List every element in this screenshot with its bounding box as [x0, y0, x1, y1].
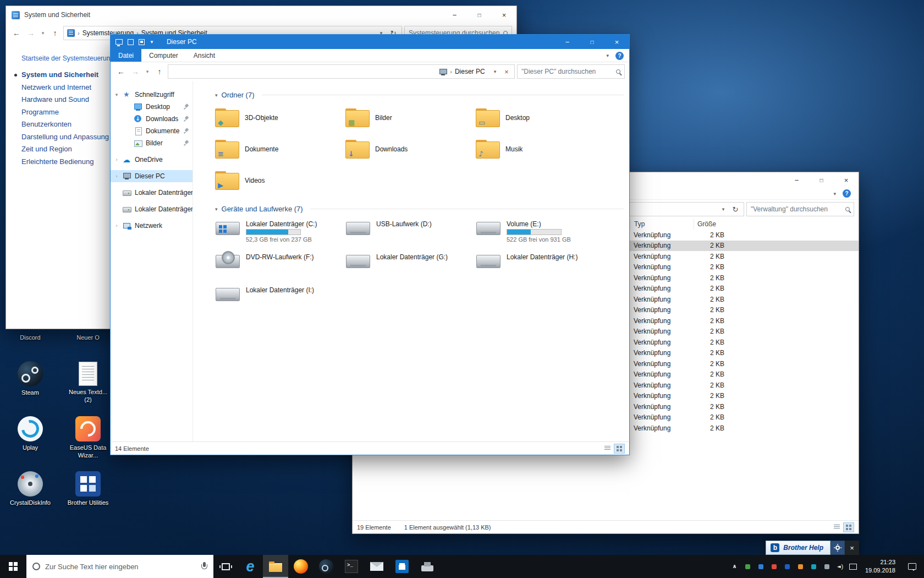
sidebar-category-link[interactable]: Benutzerkonten — [21, 120, 72, 128]
breadcrumb-item[interactable]: Dieser PC — [455, 68, 485, 75]
sidebar-category-link[interactable]: Darstellung und Anpassung — [21, 133, 109, 141]
maximize-button[interactable]: □ — [580, 35, 604, 49]
tray-icon[interactable] — [847, 555, 860, 578]
tray-icon[interactable] — [807, 555, 820, 578]
folder-tile[interactable]: ▶ Videos — [215, 168, 345, 193]
start-button[interactable] — [0, 555, 26, 578]
taskbar-app[interactable] — [263, 555, 288, 578]
column-header-groesse[interactable]: Größe — [694, 219, 738, 230]
address-bar[interactable]: › Dieser PC ▾ × — [168, 64, 515, 79]
drive-tile[interactable]: Lokaler Datenträger (H:) — [476, 253, 606, 279]
taskbar-app[interactable] — [238, 555, 263, 578]
desktop-icon[interactable]: Brother Utilities — [62, 471, 114, 526]
ribbon-tab[interactable]: Computer — [141, 49, 186, 62]
help-icon[interactable]: ? — [843, 189, 851, 198]
tray-icon[interactable] — [794, 555, 807, 578]
folder-tile[interactable]: ↓ Downloads — [345, 137, 476, 161]
chevron-right-icon[interactable]: › — [114, 223, 119, 228]
nav-item[interactable]: Lokaler Datenträger ( — [111, 203, 193, 215]
nav-item[interactable]: Lokaler Datenträger ( — [111, 187, 193, 199]
maximize-button[interactable]: □ — [809, 172, 834, 188]
desktop-icon[interactable]: Uplay — [4, 416, 57, 471]
nav-item[interactable]: › Netzwerk — [111, 220, 193, 232]
chevron-down-icon[interactable]: ▾ — [114, 92, 119, 97]
forward-button[interactable]: → — [25, 27, 37, 39]
sidebar-category-link[interactable]: Zeit und Region — [21, 145, 72, 153]
folder-tile[interactable]: ◆ 3D-Objekte — [215, 106, 345, 130]
desktop-icon[interactable]: CrystalDiskInfo — [4, 471, 57, 526]
minimize-button[interactable]: − — [784, 172, 809, 188]
sidebar-category-link[interactable]: Erleichterte Bedienung — [21, 157, 94, 166]
folder-tile[interactable]: ♪ Musik — [476, 137, 606, 161]
drive-tile[interactable]: Lokaler Datenträger (I:) — [215, 286, 345, 312]
chevron-right-icon[interactable]: › — [114, 157, 119, 162]
nav-item[interactable]: Bilder — [111, 137, 193, 149]
qat-customize-icon[interactable]: ▼ — [150, 40, 154, 45]
desktop-icon[interactable]: Neues Textd... (2) — [62, 361, 114, 416]
tray-icon[interactable] — [755, 555, 767, 578]
tray-icon[interactable] — [781, 555, 794, 578]
minimize-button[interactable]: − — [555, 35, 580, 49]
up-button[interactable]: ↑ — [153, 66, 166, 78]
tray-icon[interactable] — [821, 555, 833, 578]
nav-item[interactable]: Dokumente — [111, 125, 193, 137]
taskbar-app[interactable] — [389, 555, 415, 578]
nav-item[interactable]: › OneDrive — [111, 154, 193, 166]
close-button[interactable]: × — [834, 172, 859, 188]
chevron-down-icon[interactable]: ▾ — [215, 92, 218, 98]
address-dropdown-icon[interactable]: ▾ — [719, 206, 728, 212]
ribbon-tab[interactable]: Ansicht — [186, 49, 223, 62]
close-button[interactable]: × — [492, 6, 516, 24]
folder-tile[interactable]: ≡ Dokumente — [215, 137, 345, 161]
ribbon-expand-icon[interactable]: ▾ — [833, 191, 836, 197]
back-button[interactable]: ← — [115, 66, 127, 78]
drive-tile[interactable]: Lokaler Datenträger (G:) — [345, 253, 476, 279]
taskbar-search-input[interactable] — [45, 563, 196, 571]
column-header-typ[interactable]: Typ — [630, 219, 694, 230]
drive-tile[interactable]: Volume (E:) 522 GB frei von 931 GB — [476, 220, 606, 246]
tray-icon[interactable] — [728, 555, 741, 578]
stop-navigation-icon[interactable]: × — [502, 68, 511, 76]
brother-help-main[interactable]: b Brother Help — [766, 541, 831, 555]
tray-icon[interactable] — [768, 555, 780, 578]
taskbar-search[interactable] — [26, 555, 213, 578]
taskbar-clock[interactable]: 21:23 19.09.2018 — [860, 555, 901, 578]
tray-icon[interactable] — [741, 555, 754, 578]
history-dropdown-icon[interactable]: ▾ — [39, 27, 47, 39]
minimize-button[interactable]: − — [442, 6, 467, 24]
folder-tile[interactable]: ▦ Bilder — [345, 106, 476, 130]
help-icon[interactable]: ? — [615, 52, 624, 60]
sidebar-category-link[interactable]: Programme — [21, 108, 59, 116]
nav-item[interactable]: Downloads — [111, 113, 193, 125]
chevron-right-icon[interactable]: › — [114, 173, 119, 179]
qat-new-folder-icon[interactable] — [139, 39, 145, 45]
qat-properties-icon[interactable] — [128, 39, 134, 45]
search-input[interactable] — [521, 68, 613, 75]
sidebar-category-link[interactable]: Netzwerk und Internet — [21, 83, 91, 91]
settings-gear-button[interactable] — [831, 541, 845, 555]
taskbar-app[interactable] — [415, 555, 440, 578]
history-dropdown-icon[interactable]: ▾ — [144, 66, 151, 78]
desktop-icon[interactable]: EaseUS Data Wizar... — [62, 416, 114, 471]
view-tiles-button[interactable] — [614, 444, 625, 454]
group-header-folders[interactable]: ▾ Ordner (7) — [215, 91, 624, 99]
maximize-button[interactable]: □ — [467, 6, 492, 24]
close-button[interactable]: × — [845, 541, 859, 555]
taskbar-app[interactable] — [364, 555, 389, 578]
search-input[interactable] — [751, 205, 842, 213]
drive-tile[interactable]: DVD-RW-Laufwerk (F:) — [215, 253, 345, 279]
ribbon-tab[interactable]: Datei — [111, 49, 141, 62]
forward-button[interactable]: → — [129, 66, 141, 78]
view-list-button[interactable] — [602, 444, 613, 454]
nav-quick-access[interactable]: ▾ Schnellzugriff — [111, 89, 193, 101]
close-button[interactable]: × — [604, 35, 629, 49]
tray-icon[interactable] — [834, 555, 846, 578]
sidebar-category-link[interactable]: Hardware und Sound — [21, 95, 89, 103]
taskbar-app[interactable] — [339, 555, 364, 578]
up-button[interactable]: ↑ — [49, 27, 61, 39]
nav-item[interactable]: Desktop — [111, 101, 193, 113]
nav-item[interactable]: › Dieser PC — [111, 170, 193, 182]
sidebar-category-link[interactable]: System und Sicherheit — [21, 70, 98, 79]
chevron-down-icon[interactable]: ▾ — [215, 206, 218, 212]
microphone-icon[interactable] — [201, 562, 207, 571]
